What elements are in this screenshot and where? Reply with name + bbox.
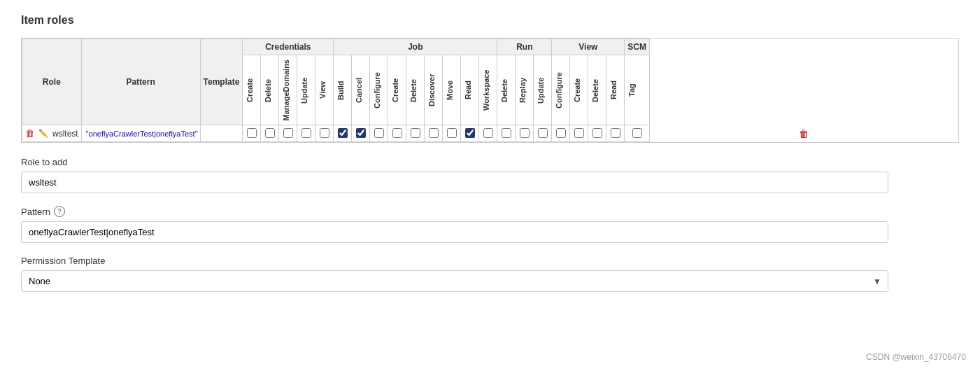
job-configure-header: Configure: [370, 55, 388, 125]
role-to-add-section: Role to add: [21, 157, 959, 193]
permission-checkbox-cell: [534, 125, 552, 142]
job-discover-header: Discover: [425, 55, 443, 125]
role-cell: 🗑✏️wsltest: [22, 125, 82, 142]
run-group-header: Run: [497, 39, 552, 55]
permission-checkbox[interactable]: [429, 128, 439, 138]
delete-role-button[interactable]: 🗑: [25, 128, 34, 139]
job-create-header: Create: [388, 55, 406, 125]
permission-checkbox-cell: [315, 125, 334, 142]
roles-table-wrapper: Role Pattern Template Credentials Job Ru…: [21, 38, 959, 143]
permission-checkbox[interactable]: [283, 128, 293, 138]
job-cancel-header: Cancel: [352, 55, 370, 125]
cred-view-header: View: [315, 55, 334, 125]
permission-checkbox-cell: [279, 125, 297, 142]
permission-checkbox[interactable]: [465, 128, 475, 138]
permission-checkbox-cell: [243, 125, 261, 142]
permission-checkbox[interactable]: [611, 128, 620, 138]
permission-checkbox[interactable]: [320, 128, 329, 138]
permission-checkbox[interactable]: [574, 128, 584, 138]
role-col-header: Role: [22, 39, 82, 125]
permission-checkbox-cell: [625, 125, 650, 142]
permission-template-select-wrapper: None ▼: [21, 270, 888, 292]
permission-checkbox[interactable]: [338, 128, 348, 138]
table-row: 🗑✏️wsltest"oneflyaCrawlerTest|oneflyaTes…: [22, 125, 958, 142]
permission-checkbox-cell: [334, 125, 352, 142]
edit-role-button[interactable]: ✏️: [38, 129, 48, 138]
delete-role-right-button[interactable]: 🗑: [799, 128, 809, 139]
roles-table-body: 🗑✏️wsltest"oneflyaCrawlerTest|oneflyaTes…: [22, 125, 958, 142]
view-read-header: Read: [606, 55, 625, 125]
job-group-header: Job: [334, 39, 497, 55]
permission-checkbox[interactable]: [483, 128, 493, 138]
permission-checkbox-cell: [479, 125, 497, 142]
pattern-section: Pattern ?: [21, 206, 959, 243]
permission-checkbox[interactable]: [447, 128, 457, 138]
run-replay-header: Replay: [516, 55, 534, 125]
permission-checkbox-cell: [261, 125, 279, 142]
role-label: Role to add: [21, 157, 959, 167]
job-move-header: Move: [443, 55, 461, 125]
scm-tag-header: Tag: [625, 55, 650, 125]
permission-checkbox-cell: [443, 125, 461, 142]
job-workspace-header: Workspace: [479, 55, 497, 125]
job-build-header: Build: [334, 55, 352, 125]
pattern-help-icon[interactable]: ?: [54, 206, 65, 217]
permission-checkbox-cell: [552, 125, 570, 142]
permission-checkbox-cell: [370, 125, 388, 142]
cred-create-header: Create: [243, 55, 261, 125]
permission-checkbox[interactable]: [592, 128, 602, 138]
view-configure-header: Configure: [552, 55, 570, 125]
permission-checkbox[interactable]: [556, 128, 566, 138]
permission-template-label: Permission Template: [21, 256, 959, 266]
permission-checkbox[interactable]: [247, 128, 257, 138]
pattern-link[interactable]: "oneflyaCrawlerTest|oneflyaTest": [86, 130, 198, 138]
pattern-label: Pattern ?: [21, 206, 959, 217]
template-col-header: Template: [200, 39, 243, 125]
permission-checkbox-cell: [425, 125, 443, 142]
run-update-header: Update: [534, 55, 552, 125]
group-headers-row: Role Pattern Template Credentials Job Ru…: [22, 39, 958, 55]
permission-template-section: Permission Template None ▼: [21, 256, 959, 292]
job-delete-header: Delete: [406, 55, 425, 125]
run-delete-header: Delete: [497, 55, 516, 125]
pattern-col-header: Pattern: [81, 39, 200, 125]
cred-delete-header: Delete: [261, 55, 279, 125]
permission-checkbox[interactable]: [520, 128, 530, 138]
permission-template-select[interactable]: None: [21, 270, 888, 292]
permission-checkbox-cell: [606, 125, 625, 142]
role-input[interactable]: [21, 172, 888, 193]
permission-checkbox[interactable]: [538, 128, 548, 138]
permission-checkbox[interactable]: [356, 128, 366, 138]
permission-checkbox-cell: [352, 125, 370, 142]
permission-checkbox[interactable]: [301, 128, 311, 138]
cred-managedomains-header: ManageDomains: [279, 55, 297, 125]
view-delete-header: Delete: [588, 55, 606, 125]
permission-checkbox[interactable]: [411, 128, 420, 138]
pattern-input[interactable]: [21, 221, 888, 243]
template-cell: [200, 125, 243, 142]
permission-checkbox-cell: [297, 125, 315, 142]
scm-group-header: SCM: [625, 39, 650, 55]
view-group-header: View: [552, 39, 625, 55]
permission-checkbox-cell: [406, 125, 425, 142]
permission-checkbox-cell: [497, 125, 516, 142]
cred-update-header: Update: [297, 55, 315, 125]
permission-checkbox-cell: [588, 125, 606, 142]
permission-checkbox-cell: [570, 125, 588, 142]
permission-checkbox-cell: [516, 125, 534, 142]
pattern-cell: "oneflyaCrawlerTest|oneflyaTest": [81, 125, 200, 142]
permission-checkbox-cell: [388, 125, 406, 142]
credentials-group-header: Credentials: [243, 39, 334, 55]
role-name: wsltest: [52, 129, 78, 139]
permission-checkbox[interactable]: [392, 128, 402, 138]
page-title: Item roles: [21, 14, 959, 27]
permission-checkbox-cell: [461, 125, 479, 142]
roles-table: Role Pattern Template Credentials Job Ru…: [22, 39, 958, 142]
permission-checkbox[interactable]: [374, 128, 384, 138]
job-read-header: Read: [461, 55, 479, 125]
permission-checkbox[interactable]: [632, 128, 642, 138]
permission-checkbox[interactable]: [502, 128, 511, 138]
row-delete-right: 🗑: [650, 125, 958, 142]
view-create-header: Create: [570, 55, 588, 125]
permission-checkbox[interactable]: [265, 128, 275, 138]
